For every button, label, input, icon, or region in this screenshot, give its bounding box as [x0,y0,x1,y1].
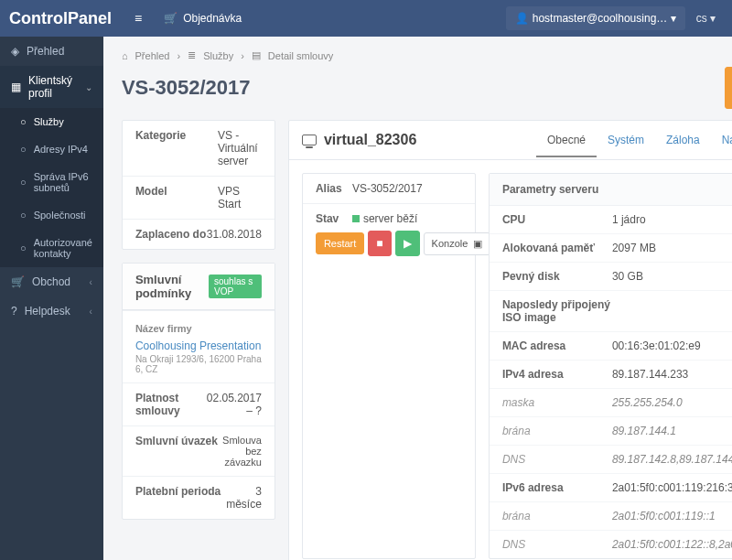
id-card-icon: ▦ [11,81,21,93]
circle-icon: ○ [20,144,27,155]
status-dot-icon [352,215,360,222]
sidebar-item-services[interactable]: ○Služby [0,108,103,135]
status-button[interactable]: Zapojený [725,67,732,109]
chevron-left-icon: ‹ [90,277,92,287]
sidebar-item-ipv6[interactable]: ○Správa IPv6 subnetů [0,163,103,201]
user-icon: 👤 [515,12,529,25]
chevron-down-icon: ▾ [710,12,716,25]
tab-settings[interactable]: Nastavení [711,124,732,156]
breadcrumb-services[interactable]: Služby [203,50,233,61]
help-icon: ? [11,305,17,318]
sidebar-item-company[interactable]: ○Společnosti [0,201,103,229]
server-name: virtual_82306 [324,132,416,148]
cart-icon: 🛒 [11,275,25,288]
chevron-left-icon: ‹ [90,307,92,317]
circle-icon: ○ [20,210,27,221]
services-icon: ≣ [188,49,196,61]
breadcrumb-detail: Detail smlouvy [268,50,334,61]
info-card: KategorieVS - Virtuální server ModelVPS … [122,120,275,250]
circle-icon: ○ [20,242,27,253]
vop-badge: souhlas s VOP [209,275,262,298]
order-button[interactable]: 🛒 Objednávka [153,6,253,30]
play-button[interactable]: ▶ [395,231,420,256]
sidebar-item-ipv4[interactable]: ○Adresy IPv4 [0,135,103,163]
contract-card: Smluvní podmínky souhlas s VOP Název fir… [122,263,275,520]
tab-general[interactable]: Obecné [536,124,597,157]
brand: ControlPanel [9,9,124,28]
tab-system[interactable]: Systém [597,124,655,156]
sidebar-item-overview[interactable]: ◈Přehled [0,37,103,66]
circle-icon: ○ [20,116,27,127]
hamburger-icon[interactable]: ≡ [124,11,153,26]
server-card: virtual_82306 Obecné Systém Záloha Nasta… [288,120,732,560]
circle-icon: ○ [20,177,27,188]
language-menu[interactable]: cs ▾ [689,6,723,30]
sidebar: ◈Přehled ▦Klientský profil⌄ ○Služby ○Adr… [0,37,103,560]
cart-icon: 🛒 [164,12,178,25]
window-icon: ▣ [473,238,482,250]
restart-button[interactable]: Restart [316,232,364,254]
chevron-down-icon: ⌄ [85,82,92,92]
sidebar-item-client-profile[interactable]: ▦Klientský profil⌄ [0,66,103,108]
main-content: ⌂ Přehled › ≣ Služby › ▤ Detail smlouvy … [103,37,732,560]
stop-button[interactable]: ■ [368,231,391,256]
company-address: Na Okraji 1293/6, 16200 Praha 6, CZ [135,354,262,374]
stop-icon: ■ [376,237,382,250]
tab-backup[interactable]: Záloha [655,124,711,156]
breadcrumb-home[interactable]: Přehled [135,50,170,61]
contract-heading: Smluvní podmínky [135,273,209,300]
sidebar-item-helpdesk[interactable]: ?Helpdesk‹ [0,296,103,326]
page-title: VS-3052/2017 [122,76,251,100]
chevron-down-icon: ▾ [671,12,676,25]
breadcrumb: ⌂ Přehled › ≣ Služby › ▤ Detail smlouvy [122,49,732,61]
dashboard-icon: ◈ [11,45,19,58]
sidebar-item-contacts[interactable]: ○Autorizované kontakty [0,229,103,267]
console-button[interactable]: Konzole ▣ [424,232,491,255]
detail-icon: ▤ [252,49,261,61]
user-menu[interactable]: 👤 hostmaster@coolhousing… ▾ [506,6,684,30]
monitor-icon [302,135,317,145]
company-link[interactable]: Coolhousing Presentation [135,339,262,352]
home-icon: ⌂ [122,50,128,61]
sidebar-item-shop[interactable]: 🛒Obchod‹ [0,267,103,296]
params-heading: Parametry serveru [490,174,732,206]
play-icon: ▶ [404,237,412,250]
topbar: ControlPanel ≡ 🛒 Objednávka 👤 hostmaster… [0,0,732,37]
